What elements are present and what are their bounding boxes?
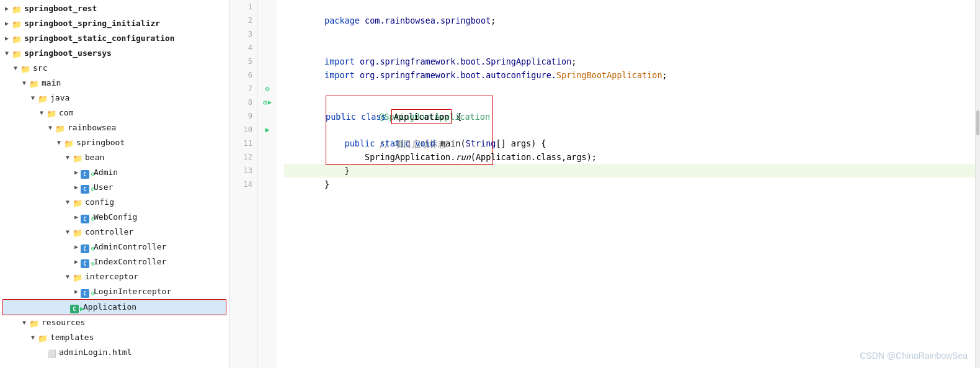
- folder-icon: 📁: [37, 333, 48, 343]
- code-area[interactable]: 1 2 3 4 5 6 7 8 9 10 11 12 13 14 ⚙: [229, 0, 980, 368]
- collapse-arrow: ▶: [2, 32, 11, 45]
- method-call: run: [455, 152, 470, 162]
- folder-label: controller: [85, 226, 133, 238]
- sidebar-item-user[interactable]: ▶ C⚙ User: [0, 180, 229, 195]
- sidebar-item-springboot-spring-initializr[interactable]: ▶ 📁 springboot_spring_initializr: [0, 16, 229, 31]
- collapse-arrow: ▼: [20, 316, 29, 329]
- code-content[interactable]: package com.rainbowsea.springboot; impor…: [277, 0, 975, 368]
- file-tree[interactable]: ▶ 📁 springboot_rest ▶ 📁 springboot_sprin…: [0, 0, 229, 368]
- sidebar-item-webconfig[interactable]: ▶ C⚙ WebConfig: [0, 210, 229, 225]
- import-path: org.springframework.boot.SpringApplicati…: [360, 56, 571, 66]
- code-editor: 1 2 3 4 5 6 7 8 9 10 11 12 13 14 ⚙: [229, 0, 980, 368]
- collapse-arrow: ▶: [72, 166, 81, 179]
- line-num-6: 6: [229, 68, 252, 82]
- sidebar-item-controller[interactable]: ▼ 📁 controller: [0, 225, 229, 240]
- run-icon[interactable]: ⚙: [263, 96, 267, 109]
- line-num-2: 2: [229, 14, 252, 27]
- gutter-13: [258, 164, 277, 177]
- keyword: public: [345, 138, 380, 148]
- folder-label: java: [50, 92, 69, 104]
- collapse-arrow: ▼: [63, 226, 72, 238]
- collapse-arrow: ▶: [72, 211, 81, 223]
- collapse-arrow: ▶: [2, 2, 11, 15]
- code-line-4: import org.springframework.boot.SpringAp…: [284, 41, 975, 55]
- folder-label: bean: [85, 151, 104, 164]
- project-label: springboot_usersys: [24, 47, 112, 60]
- collapse-arrow: ▶: [72, 181, 81, 194]
- gutter-3: [258, 27, 277, 41]
- line-num-13: 13: [229, 164, 252, 177]
- collapse-arrow: ▼: [20, 77, 29, 89]
- sidebar-item-config[interactable]: ▼ 📁 config: [0, 195, 229, 210]
- sidebar-item-logininterceptor[interactable]: ▶ C⚙ LoginInterceptor: [0, 284, 229, 299]
- sidebar-item-main[interactable]: ▼ 📁 main: [0, 76, 229, 91]
- file-label: adminLogin.html: [59, 346, 131, 359]
- type: String: [466, 138, 496, 148]
- folder-icon: 📁: [72, 153, 83, 163]
- class-label: Admin: [94, 166, 118, 179]
- run-triangle[interactable]: ▶: [268, 96, 272, 109]
- collapse-arrow: ▼: [63, 196, 72, 209]
- gutter-4: [258, 41, 277, 55]
- collapse-arrow: ▼: [46, 122, 55, 134]
- html-icon: ⬜: [46, 348, 57, 357]
- line-num-11: 11: [229, 137, 252, 150]
- keyword: public: [326, 112, 361, 122]
- class-icon: C⚙: [81, 257, 92, 267]
- code-line-13: }: [284, 164, 975, 177]
- sidebar-item-bean[interactable]: ▼ 📁 bean: [0, 150, 229, 165]
- folder-icon: 📁: [11, 48, 22, 58]
- sidebar-item-admin[interactable]: ▶ C⚙ Admin: [0, 165, 229, 180]
- sidebar-item-com[interactable]: ▼ 📁 com: [0, 105, 229, 120]
- sidebar-item-springboot[interactable]: ▼ 📁 springboot: [0, 135, 229, 150]
- folder-label: rainbowsea: [68, 122, 116, 134]
- folder-icon: 📁: [11, 19, 22, 29]
- class-icon: C⚙: [81, 168, 92, 177]
- code-line-1: package com.rainbowsea.springboot;: [284, 0, 975, 14]
- line-numbers: 1 2 3 4 5 6 7 8 9 10 11 12 13 14: [229, 0, 258, 368]
- sidebar-item-java[interactable]: ▼ 📁 java: [0, 91, 229, 105]
- collapse-arrow: ▼: [11, 62, 20, 74]
- class-label: LoginInterceptor: [94, 285, 171, 298]
- package-name: com.rainbowsea.springboot: [365, 16, 491, 25]
- gutter-6: [258, 68, 277, 82]
- folder-icon: 📁: [46, 108, 57, 118]
- sidebar-item-springboot-rest[interactable]: ▶ 📁 springboot_rest: [0, 1, 229, 16]
- collapse-arrow: ▶: [2, 17, 11, 30]
- class-name-box: Application: [391, 109, 452, 124]
- keyword: import: [324, 56, 360, 66]
- sidebar-item-indexcontroller[interactable]: ▶ C⚙ IndexController: [0, 254, 229, 269]
- collapse-arrow: ▼: [29, 331, 37, 344]
- sidebar-item-rainbowsea[interactable]: ▼ 📁 rainbowsea: [0, 120, 229, 135]
- sidebar-item-adminlogin-html[interactable]: ▶ ⬜ adminLogin.html: [0, 345, 229, 360]
- sidebar-item-admincontroller[interactable]: ▶ C⚙ AdminController: [0, 240, 229, 254]
- gutter-11: [258, 137, 277, 150]
- sidebar-item-springboot-usersys[interactable]: ▼ 📁 springboot_usersys: [0, 46, 229, 61]
- sidebar-item-springboot-static-configuration[interactable]: ▶ 📁 springboot_static_configuration: [0, 31, 229, 46]
- sidebar-item-src[interactable]: ▼ 📁 src: [0, 61, 229, 76]
- class-label: User: [94, 181, 113, 194]
- class-label: WebConfig: [94, 211, 137, 223]
- line-num-9: 9: [229, 109, 252, 123]
- keyword: static: [380, 138, 415, 148]
- run-triangle-main[interactable]: ▶: [265, 123, 269, 137]
- sidebar-item-application[interactable]: C▶ Application: [2, 299, 226, 315]
- folder-label: config: [85, 196, 114, 209]
- sidebar-item-resources[interactable]: ▼ 📁 resources: [0, 315, 229, 330]
- folder-icon: 📁: [29, 318, 40, 328]
- class-icon: C⚙: [81, 182, 92, 192]
- folder-label: src: [33, 62, 47, 74]
- gutter-2: [258, 14, 277, 27]
- folder-icon: 📁: [63, 138, 74, 148]
- scrollbar-thumb[interactable]: [976, 110, 979, 135]
- line-num-5: 5: [229, 55, 252, 68]
- gutter-14: [258, 177, 277, 191]
- application-label: Application: [83, 301, 136, 313]
- run-icon[interactable]: ⚙: [265, 82, 269, 96]
- sidebar-item-templates[interactable]: ▼ 📁 templates: [0, 330, 229, 345]
- code-line-14: [284, 177, 975, 191]
- gutter-7: ⚙: [258, 82, 277, 96]
- line-num-14: 14: [229, 177, 252, 191]
- sidebar-item-interceptor[interactable]: ▼ 📁 interceptor: [0, 269, 229, 284]
- vertical-scrollbar[interactable]: [975, 0, 980, 368]
